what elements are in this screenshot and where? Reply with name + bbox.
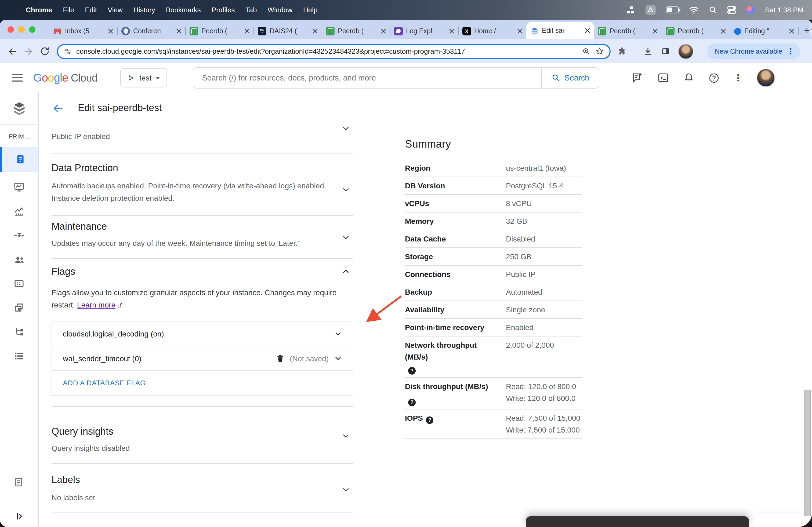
menu-profiles[interactable]: Profiles [206,6,240,14]
reload-button[interactable] [37,43,53,59]
tab-peerdb-4[interactable]: Peerdb ( [662,23,730,39]
cloud-sql-logo[interactable] [0,92,38,124]
tab-close-icon[interactable] [721,28,726,34]
battery-icon[interactable] [666,6,679,13]
help-icon[interactable]: ? [426,417,434,424]
learn-more-link[interactable]: Learn more [77,301,115,309]
tab-peerdb-1[interactable]: Peerdb ( [186,23,253,39]
gcp-search-bar[interactable]: Search [193,67,599,89]
sidebar-item-overview[interactable] [0,147,38,172]
tab-search-button[interactable] [810,22,812,36]
add-database-flag-row[interactable]: ADD A DATABASE FLAG [52,371,353,395]
bottom-dark-panel[interactable] [526,516,749,527]
tab-close-icon[interactable] [108,28,113,34]
address-bar[interactable]: console.cloud.google.com/sql/instances/s… [57,44,611,59]
tab-close-icon[interactable] [313,28,318,34]
site-settings-icon[interactable] [63,47,72,56]
tab-inbox[interactable]: Inbox (5 [49,23,117,39]
tab-close-icon[interactable] [517,28,523,34]
main-menu-icon[interactable] [12,74,23,81]
tab-close-icon[interactable] [653,28,658,34]
tab-edit-sai-peerdb-test-active[interactable]: Edit sai- [526,22,594,39]
zoom-window-button[interactable] [29,26,35,33]
menu-file[interactable]: File [57,6,79,14]
expand-section-icon[interactable] [342,432,350,440]
bookmark-star-icon[interactable] [595,47,604,56]
back-arrow-icon[interactable] [52,102,64,114]
minimize-window-button[interactable] [18,26,25,33]
tab-close-icon[interactable] [381,28,386,34]
sidebar-item-connections[interactable] [0,223,38,247]
extensions-icon[interactable] [617,46,627,56]
flag-row-logical-decoding[interactable]: cloudsql.logical_decoding (on) [52,321,353,346]
google-cloud-logo[interactable]: Google Cloud [33,71,98,84]
tab-close-icon[interactable] [789,28,794,34]
tab-x-home[interactable]: X Home / [459,23,526,39]
expand-section-icon[interactable] [342,485,350,494]
sidebar-item-users[interactable] [0,247,38,272]
delete-flag-icon[interactable] [276,354,284,362]
tab-peerdb-3[interactable]: Peerdb ( [594,23,662,39]
chrome-update-pill[interactable]: New Chrome available ⋮ [707,44,800,59]
release-notes-icon[interactable] [0,470,38,494]
expand-section-icon[interactable] [342,185,350,194]
cloud-shell-icon[interactable] [657,72,669,84]
pill-kebab-icon[interactable]: ⋮ [787,46,795,56]
help-icon[interactable]: ? [408,367,416,375]
tab-log-explorer[interactable]: Log Expl [390,23,458,39]
menu-edit[interactable]: Edit [79,6,102,14]
collapse-section-icon[interactable] [342,267,350,276]
gcp-search-input[interactable] [193,74,541,82]
tab-close-icon[interactable] [449,28,454,34]
tab-close-icon[interactable] [244,28,250,34]
menu-bookmarks[interactable]: Bookmarks [161,6,206,14]
downloads-icon[interactable] [643,46,653,56]
gcp-account-avatar[interactable] [757,69,775,87]
menu-history[interactable]: History [128,6,161,14]
tab-conference[interactable]: Conferen [118,23,185,39]
stats-blocks-icon[interactable] [627,6,636,14]
tab-close-icon[interactable] [585,28,590,33]
menu-help[interactable]: Help [298,6,323,14]
sidebar-item-replicas[interactable] [0,320,38,344]
tab-peerdb-2[interactable]: Peerdb ( [322,23,390,39]
menubar-clock[interactable]: Sat 1:38 PM [765,6,803,14]
menu-chrome[interactable]: Chrome [20,6,57,14]
spotlight-search-icon[interactable] [709,6,717,14]
menu-tab[interactable]: Tab [240,6,262,14]
expand-section-icon[interactable] [342,233,350,241]
help-icon[interactable] [708,72,720,84]
help-icon[interactable]: ? [408,399,416,406]
zoom-page-icon[interactable] [582,47,591,56]
siri-icon[interactable] [747,6,755,14]
control-center-icon[interactable] [727,6,737,14]
close-window-button[interactable] [8,26,14,33]
flag-row-wal-sender-timeout[interactable]: wal_sender_timeout (0) (Not saved) [52,346,353,371]
sidebar-item-system-insights[interactable] [0,175,38,199]
forward-button[interactable] [20,43,37,59]
tab-editing-doc[interactable]: Editing " [730,23,798,39]
menu-window[interactable]: Window [262,6,298,14]
tab-dais24[interactable]: DAIS DAIS24 ( [254,23,322,39]
sidebar-item-backups[interactable] [0,296,38,320]
project-selector[interactable]: test [120,68,167,88]
tab-close-icon[interactable] [176,28,182,34]
sidebar-item-query-insights[interactable] [0,199,38,223]
browser-profile-avatar[interactable] [678,44,693,59]
sidebar-item-databases[interactable] [0,272,38,296]
expand-sidebar-icon[interactable] [0,506,38,527]
app-menu-extra-icon[interactable] [646,5,656,15]
add-database-flag-button[interactable]: ADD A DATABASE FLAG [63,379,146,387]
page-scrollbar[interactable] [804,390,811,516]
sidebar-item-operations[interactable] [0,344,38,368]
back-button[interactable] [4,43,20,59]
url-text[interactable]: console.cloud.google.com/sql/instances/s… [76,47,578,55]
side-panel-icon[interactable] [661,46,671,56]
gemini-assist-icon[interactable] [632,72,643,84]
gcp-search-button[interactable]: Search [541,67,599,88]
wifi-icon[interactable] [689,6,699,14]
menu-view[interactable]: View [102,6,128,14]
notifications-bell-icon[interactable] [683,72,694,84]
expand-section-icon[interactable] [342,124,350,133]
new-tab-button[interactable]: + [804,25,810,35]
